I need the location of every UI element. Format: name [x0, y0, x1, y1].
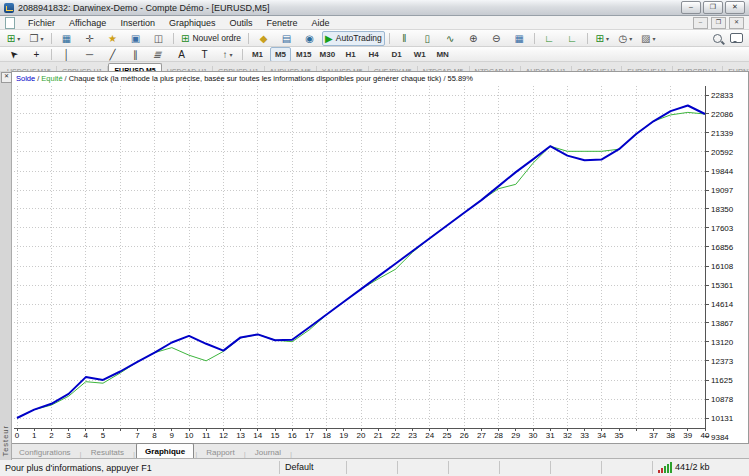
fibonacci-icon: ≣	[153, 49, 165, 60]
menu-affichage[interactable]: Affichage	[62, 18, 113, 28]
y-axis-label: 22833	[711, 91, 733, 100]
tester-panel-title: Testeur	[1, 425, 10, 457]
vertical-line-button[interactable]: │	[56, 47, 77, 62]
mdi-minimize-button[interactable]: –	[693, 17, 708, 29]
close-button[interactable]: ✕	[725, 1, 745, 14]
strategy-tester-button[interactable]: ◫	[148, 31, 169, 46]
arrows-button[interactable]: ↑▾	[217, 47, 238, 62]
timeframe-mn[interactable]: MN	[432, 47, 453, 62]
indicators-button[interactable]: ⊞▾	[592, 31, 613, 46]
menu-insertion[interactable]: Insertion	[113, 18, 162, 28]
auto-scroll-button[interactable]: ∟	[539, 31, 560, 46]
toolbar-standard: ⊞▾❐▾▦✛★▣◫⊞Nouvel ordre◆▤◉▶AutoTrading‖▯∿…	[0, 30, 749, 47]
x-axis-label: 3	[61, 431, 77, 440]
legend-balance-label: Solde	[16, 74, 35, 83]
menu-aide[interactable]: Aide	[305, 18, 337, 28]
dropdown-caret-icon[interactable]: ▾	[17, 35, 20, 42]
zoom-out-button[interactable]: ⊖	[486, 31, 507, 46]
x-axis-label: 28	[491, 431, 507, 440]
tester-tabs: Configurations|Resultats|Graphique|Rappo…	[11, 444, 749, 459]
dropdown-caret-icon[interactable]: ▾	[629, 35, 632, 42]
bar-chart-mode-button[interactable]: ‖	[394, 31, 415, 46]
new-chart-button[interactable]: ⊞▾	[3, 31, 24, 46]
x-axis-label: 17	[301, 431, 317, 440]
tile-windows-button[interactable]: ▦	[509, 31, 530, 46]
candle-chart-mode-button[interactable]: ▯	[417, 31, 438, 46]
title-bar: 2088941832: Darwinex-Demo - Compte Démo …	[0, 0, 749, 16]
timeframe-label: M15	[296, 50, 312, 59]
dropdown-caret-icon[interactable]: ▾	[606, 35, 609, 42]
menu-graphiques[interactable]: Graphiques	[162, 18, 223, 28]
y-axis-label: 22086	[711, 110, 733, 119]
timeframe-label: D1	[392, 50, 402, 59]
autotrading-button[interactable]: ▶AutoTrading	[322, 31, 385, 46]
dropdown-caret-icon[interactable]: ▾	[652, 35, 655, 42]
arrows-icon: ↑	[222, 49, 227, 60]
y-axis-label: 18350	[711, 205, 733, 214]
timeframe-h1[interactable]: H1	[340, 47, 361, 62]
menu-fenetre[interactable]: Fenetre	[259, 18, 304, 28]
community-button[interactable]: ◉	[299, 31, 320, 46]
y-axis-label: 11625	[711, 376, 733, 385]
document-icon	[5, 17, 15, 29]
print-button[interactable]: ▤	[276, 31, 297, 46]
candle-chart-mode-icon: ▯	[425, 33, 431, 44]
dropdown-caret-icon[interactable]: ▾	[229, 51, 232, 58]
timeframe-w1[interactable]: W1	[409, 47, 430, 62]
text-label-icon: T	[201, 49, 207, 60]
menu-fichier[interactable]: Fichier	[21, 18, 62, 28]
line-chart-mode-button[interactable]: ∿	[440, 31, 461, 46]
tester-graph-area[interactable]: Solde/Equité/Chaque tick (la méthode la …	[11, 71, 749, 444]
trendline-button[interactable]: ╱	[102, 47, 123, 62]
toolbar-separator	[242, 49, 243, 60]
tester-tab-graphique[interactable]: Graphique	[136, 443, 194, 459]
tester-close-button[interactable]: ✕	[1, 72, 12, 83]
text-button[interactable]: A	[171, 47, 192, 62]
metaeditor-button[interactable]: ◆	[253, 31, 274, 46]
maximize-button[interactable]: ❐	[703, 1, 723, 14]
crosshair-button[interactable]: +	[26, 47, 47, 62]
horizontal-line-button[interactable]: ─	[79, 47, 100, 62]
data-window-button[interactable]: ✛	[79, 31, 100, 46]
fibonacci-button[interactable]: ≣	[148, 47, 169, 62]
equidistant-channel-button[interactable]: ∥	[125, 47, 146, 62]
y-axis-label: 20592	[711, 148, 733, 157]
market-watch-button[interactable]: ▦	[56, 31, 77, 46]
chat-icon[interactable]	[730, 33, 743, 43]
timeframe-m15[interactable]: M15	[293, 47, 315, 62]
x-axis-label: 13	[233, 431, 249, 440]
x-axis-label: 32	[559, 431, 575, 440]
toolbar-separator	[534, 33, 535, 44]
app-icon	[4, 3, 14, 13]
timeframe-m30[interactable]: M30	[317, 47, 339, 62]
templates-button[interactable]: ▨▾	[638, 31, 659, 46]
zoom-in-button[interactable]: ⊕	[463, 31, 484, 46]
new-order-icon: ⊞	[181, 33, 189, 44]
graph-legend: Solde/Equité/Chaque tick (la méthode la …	[16, 74, 473, 83]
timeframe-m1[interactable]: M1	[247, 47, 268, 62]
periods-button[interactable]: ◷▾	[615, 31, 636, 46]
cursor-button[interactable]: ➤	[3, 47, 24, 62]
community-icon: ◉	[305, 33, 314, 44]
menu-outils[interactable]: Outils	[222, 18, 259, 28]
toolbar-separator	[389, 33, 390, 44]
connection-bar	[667, 464, 669, 473]
navigator-button[interactable]: ★	[102, 31, 123, 46]
status-profile[interactable]: Default	[279, 461, 346, 474]
timeframe-d1[interactable]: D1	[386, 47, 407, 62]
x-axis-label: 22	[387, 431, 403, 440]
x-axis-label: 37	[645, 431, 661, 440]
dropdown-caret-icon[interactable]: ▾	[40, 35, 43, 42]
timeframe-m5[interactable]: M5	[270, 47, 291, 62]
new-order-button[interactable]: ⊞Nouvel ordre	[178, 31, 244, 46]
profiles-button[interactable]: ❐▾	[26, 31, 47, 46]
y-axis-label: 10878	[711, 395, 733, 404]
search-icon[interactable]	[713, 34, 722, 43]
timeframe-h4[interactable]: H4	[363, 47, 384, 62]
minimize-button[interactable]: –	[681, 1, 701, 14]
mdi-close-button[interactable]: ✕	[729, 17, 744, 29]
terminal-button[interactable]: ▣	[125, 31, 146, 46]
chart-shift-button[interactable]: ∟	[562, 31, 583, 46]
mdi-restore-button[interactable]: ❐	[711, 17, 726, 29]
text-label-button[interactable]: T	[194, 47, 215, 62]
